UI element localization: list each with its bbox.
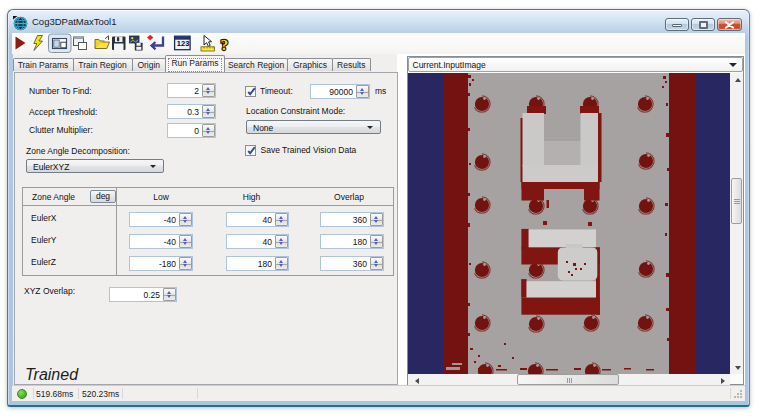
svg-text:?: ? bbox=[221, 36, 229, 53]
svg-text:123: 123 bbox=[177, 39, 190, 48]
